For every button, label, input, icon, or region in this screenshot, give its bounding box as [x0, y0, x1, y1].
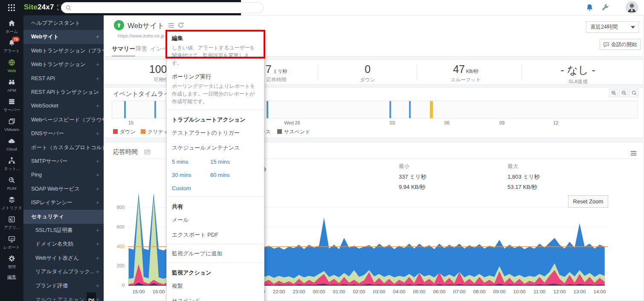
sidebar-item-ドメイン名失効[interactable]: ドメイン名失効+: [23, 237, 104, 251]
hamburger-icon[interactable]: [168, 22, 175, 29]
avatar[interactable]: [626, 1, 638, 14]
sidebar-item-ヘルプアシスタント[interactable]: ヘルプアシスタント: [23, 16, 104, 30]
menu-item-メール[interactable]: メール: [167, 212, 264, 227]
rail-item-ネット...[interactable]: ネット...: [0, 156, 23, 175]
search-box[interactable]: [61, 2, 264, 13]
event-bar-trouble[interactable]: [430, 101, 433, 118]
sidebar-item-マルウェアスキャン[interactable]: マルウェアスキャンPvt+: [23, 292, 104, 301]
timeline-tick: 09: [499, 120, 505, 125]
menu-item-テストアラートのトリガー[interactable]: テストアラートのトリガー: [167, 125, 264, 140]
sidebar-item-Webトランザクション[interactable]: Webトランザクション+: [23, 58, 104, 72]
monitor-url[interactable]: https://www.zoho.co.jp: [118, 33, 164, 38]
sidebar-item-label: Webページスピード（ブラウザ...: [31, 117, 104, 123]
menu-item-エクスポート PDF[interactable]: エクスポート PDF: [167, 227, 264, 242]
plus-icon[interactable]: +: [96, 58, 99, 72]
plus-icon[interactable]: +: [96, 30, 99, 44]
plus-icon[interactable]: +: [96, 265, 99, 279]
event-bar-maintenance[interactable]: [409, 101, 411, 118]
reset-zoom-button[interactable]: Reset Zoom: [568, 195, 608, 208]
sidebar-item-DNSサーバー[interactable]: DNSサーバー+: [23, 127, 104, 141]
rail-item-レポート[interactable]: レポート: [0, 234, 23, 253]
search-input[interactable]: [74, 3, 258, 12]
app-launcher-grid-icon[interactable]: [7, 3, 16, 12]
menu-item-サスペンド[interactable]: サスペンド: [167, 293, 264, 301]
sidebar-item-Webページスピード（ブラウザ...[interactable]: Webページスピード（ブラウザ...: [23, 113, 104, 127]
sidebar-item-リアルタイムブラック...[interactable]: リアルタイムブラック...+: [23, 265, 104, 279]
site24x7-logo[interactable]: Site24x7: [24, 3, 54, 12]
chart-menu-icon[interactable]: [630, 150, 637, 156]
rail-item-ホーム[interactable]: ホーム: [0, 19, 23, 38]
rail-item-メトリクス[interactable]: メトリクス: [0, 195, 23, 214]
event-bar-maintenance[interactable]: [154, 101, 156, 118]
refresh-icon[interactable]: [177, 22, 184, 29]
menu-link-5 mins[interactable]: 5 mins: [172, 159, 210, 165]
menu-link-15 mins[interactable]: 15 mins: [210, 159, 249, 165]
sidebar-item-label: Webトランザクション（ブラウ...: [31, 48, 104, 54]
sidebar-item-Ping[interactable]: Ping+: [23, 168, 104, 182]
tab-障害[interactable]: 障害: [136, 45, 147, 55]
menu-link-60 mins[interactable]: 60 mins: [210, 172, 249, 178]
stat-value: 0: [365, 63, 371, 75]
rail-item-アラート[interactable]: アラート75: [0, 38, 23, 57]
sidebar-item-Webトランザクション（ブラウ...[interactable]: Webトランザクション（ブラウ...: [23, 44, 104, 58]
plus-icon[interactable]: +: [96, 292, 99, 301]
rail-item-RUM[interactable]: RUM: [0, 176, 23, 194]
plus-icon[interactable]: +: [96, 127, 99, 141]
rail-item-アプリ...[interactable]: アプリ...: [0, 215, 23, 234]
sidebar-item-REST API[interactable]: REST API+: [23, 72, 104, 86]
rail-item-VMware[interactable]: VMware: [0, 117, 23, 136]
menu-item-監視グループに追加[interactable]: 監視グループに追加: [167, 246, 264, 261]
sidebar-item-Webサイト[interactable]: Webサイト+: [23, 30, 104, 44]
sidebar-item-label: DNSサーバー: [31, 130, 64, 136]
response-col-label: 最大: [508, 163, 540, 170]
plus-icon[interactable]: +: [96, 72, 99, 86]
sidebar-item-label: ドメイン名失効: [35, 241, 73, 247]
event-bar-maintenance[interactable]: [389, 101, 391, 118]
menu-item-複製[interactable]: 複製: [167, 278, 264, 293]
zoom-out-icon[interactable]: [619, 89, 628, 97]
rail-item-編集[interactable]: 編集: [0, 274, 23, 292]
rail-item-Cloud[interactable]: Cloud: [0, 136, 23, 155]
sidebar-item-ISPレイテンシー[interactable]: ISPレイテンシー+: [23, 196, 104, 210]
menu-item-スケジュールメンテナンス[interactable]: スケジュールメンテナンス: [167, 140, 264, 155]
plus-icon[interactable]: +: [96, 237, 99, 251]
plus-icon[interactable]: +: [96, 154, 99, 168]
sidebar-item-Webサイト改ざん[interactable]: Webサイト改ざん+: [23, 251, 104, 265]
sidebar-item-WebSocket[interactable]: WebSocket+: [23, 99, 104, 113]
plus-icon[interactable]: +: [96, 223, 99, 237]
sidebar-item-ポート（カスタムプロトコル）[interactable]: ポート（カスタムプロトコル）+: [23, 141, 104, 155]
plus-icon[interactable]: +: [96, 168, 99, 182]
plus-icon[interactable]: +: [96, 141, 99, 155]
plus-icon[interactable]: +: [96, 182, 99, 196]
plus-icon[interactable]: +: [96, 85, 99, 99]
zoom-in-icon[interactable]: [609, 89, 618, 97]
edit-chart-icon[interactable]: [144, 149, 151, 155]
notification-bell-icon[interactable]: [586, 3, 594, 12]
tab-サマリー[interactable]: サマリー: [112, 45, 135, 57]
start-chat-button[interactable]: 会話の開始: [600, 39, 641, 50]
event-bar-maintenance[interactable]: [267, 101, 268, 118]
menu-link-30 mins[interactable]: 30 mins: [172, 172, 210, 178]
sidebar-item-SMTPサーバー[interactable]: SMTPサーバー+: [23, 154, 104, 168]
sidebar-item-ブランド評価[interactable]: ブランド評価+: [23, 279, 104, 293]
rail-item-サーバー[interactable]: サーバー: [0, 97, 23, 116]
sidebar-item-SOAP Webサービス[interactable]: SOAP Webサービス+: [23, 182, 104, 196]
plus-icon[interactable]: +: [96, 196, 99, 210]
plus-icon[interactable]: +: [96, 279, 99, 293]
menu-item-label: 編集: [172, 35, 259, 42]
event-bar-maintenance[interactable]: [124, 101, 126, 118]
rail-item-管理[interactable]: 管理: [0, 254, 23, 273]
plus-icon[interactable]: +: [96, 251, 99, 265]
rail-item-Web[interactable]: Web: [0, 58, 23, 77]
time-range-dropdown[interactable]: 直近24時間: [586, 21, 639, 33]
sidebar-item-SSL/TLS証明書[interactable]: SSL/TLS証明書+: [23, 223, 104, 237]
menu-item-編集[interactable]: 編集しきい値、アラートするユーザーを関連付けて、監視設定を変更します。: [167, 31, 264, 69]
wrench-icon[interactable]: [601, 3, 609, 12]
menu-link-Custom[interactable]: Custom: [172, 185, 210, 191]
menu-item-ポーリング実行[interactable]: ポーリング実行ポーリングデータによりレポートを作成します。一日間分のレポートが作…: [167, 69, 264, 108]
plus-icon[interactable]: +: [96, 99, 99, 113]
sidebar-item-セキュリティ[interactable]: セキュリティ: [23, 210, 104, 224]
rail-item-APM[interactable]: APM: [0, 78, 23, 96]
magnifier-icon[interactable]: [629, 89, 638, 97]
sidebar-item-REST APIトランザクション[interactable]: REST APIトランザクション+: [23, 85, 104, 99]
